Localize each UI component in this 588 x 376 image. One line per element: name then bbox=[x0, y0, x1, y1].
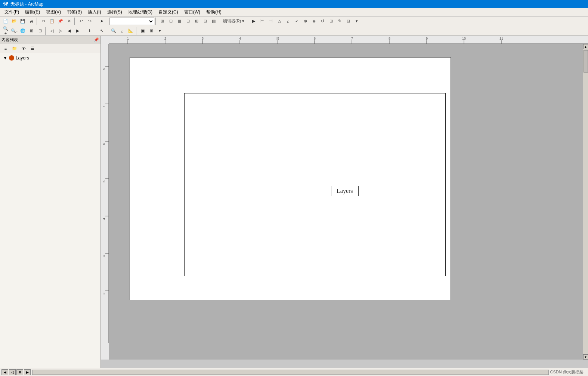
toc-list-by-selection[interactable]: ☰ bbox=[28, 44, 37, 53]
identify-btn[interactable]: ℹ bbox=[86, 27, 94, 35]
tool-edit-2[interactable]: ⊢ bbox=[258, 17, 266, 25]
prev-extent-btn[interactable]: ◁ bbox=[48, 27, 56, 35]
menu-customize[interactable]: 自定义(C) bbox=[155, 8, 181, 16]
tool-edit-6[interactable]: ✓ bbox=[293, 17, 301, 25]
save-btn[interactable]: 💾 bbox=[19, 17, 27, 25]
layout-btn-2[interactable]: ⊞ bbox=[147, 27, 155, 35]
svg-text:11: 11 bbox=[499, 37, 503, 40]
svg-text:6: 6 bbox=[314, 37, 316, 40]
separator-11 bbox=[107, 27, 108, 35]
find-btn[interactable]: ⌕ bbox=[118, 27, 126, 35]
menu-select[interactable]: 选择(S) bbox=[104, 8, 125, 16]
toc-list-by-source[interactable]: 📁 bbox=[10, 44, 19, 53]
map-canvas[interactable]: Layers bbox=[109, 44, 583, 360]
bottom-scrollbar[interactable] bbox=[32, 370, 549, 375]
layout-btn-1[interactable]: ▣ bbox=[139, 27, 147, 35]
tool-btn-7[interactable]: ▤ bbox=[210, 17, 218, 25]
separator-12 bbox=[136, 27, 137, 35]
svg-text:10: 10 bbox=[462, 37, 466, 40]
toc-list-by-visibility[interactable]: 👁 bbox=[19, 44, 28, 53]
tool-btn-4[interactable]: ⊟ bbox=[184, 17, 192, 25]
menu-view[interactable]: 视图(V) bbox=[43, 8, 64, 16]
svg-text:3: 3 bbox=[202, 37, 204, 40]
tool-edit-dropdown[interactable]: ▾ bbox=[353, 17, 361, 25]
new-btn[interactable]: 📄 bbox=[1, 17, 10, 25]
menu-geoprocessing[interactable]: 地理处理(G) bbox=[125, 8, 155, 16]
zoom-out-btn[interactable]: 🔍- bbox=[10, 27, 18, 35]
bottom-bar: ◀ ◁ ⏸ ▶ CSDN @大脑挖梨 bbox=[0, 368, 588, 376]
pan-left-btn[interactable]: ◀ bbox=[65, 27, 73, 35]
print-btn[interactable]: 🖨 bbox=[27, 17, 35, 25]
page-background: Layers bbox=[130, 57, 451, 300]
toc-pin[interactable]: 📌 bbox=[94, 37, 99, 42]
layer-dropdown[interactable] bbox=[109, 18, 154, 25]
layout-btn-dropdown[interactable]: ▾ bbox=[156, 27, 164, 35]
arrow-right-btn[interactable]: ➤ bbox=[98, 17, 106, 25]
menu-edit[interactable]: 编辑(E) bbox=[22, 8, 43, 16]
zoom-in-btn[interactable]: 🔍+ bbox=[1, 27, 10, 35]
tool-edit-3[interactable]: ⊣ bbox=[267, 17, 275, 25]
grid-btn[interactable]: ⊞ bbox=[27, 27, 35, 35]
next-extent-btn[interactable]: ▷ bbox=[56, 27, 65, 35]
paste-btn[interactable]: 📌 bbox=[56, 17, 65, 25]
select-arrow-btn[interactable]: ↖ bbox=[98, 27, 106, 35]
toc-layers-group[interactable]: ▼ Layers bbox=[1, 55, 99, 61]
ruler-left: 8 7 6 5 4 3 2 bbox=[101, 44, 109, 360]
tool-btn-5[interactable]: ⊞ bbox=[192, 17, 201, 25]
watermark: CSDN @大脑挖梨 bbox=[550, 369, 587, 375]
app-icon: 🗺 bbox=[3, 1, 8, 7]
scroll-track[interactable] bbox=[583, 49, 588, 354]
pan-right-btn[interactable]: ▶ bbox=[74, 27, 82, 35]
svg-text:5: 5 bbox=[102, 181, 106, 182]
tool-edit-5[interactable]: ⌂ bbox=[284, 17, 292, 25]
extent-btn[interactable]: ⊡ bbox=[36, 27, 44, 35]
bottom-btn-pause[interactable]: ⏸ bbox=[16, 369, 23, 375]
open-btn[interactable]: 📂 bbox=[10, 17, 18, 25]
tool-edit-1[interactable]: ▶ bbox=[250, 17, 258, 25]
copy-btn[interactable]: 📋 bbox=[48, 17, 56, 25]
toolbar-row-1: 📄 📂 💾 🖨 ✂ 📋 📌 ✕ ↩ ↪ ➤ ⊞ ⊡ ▦ ⊟ ⊞ ⊡ ▤ 编辑器(… bbox=[0, 16, 588, 26]
tool-btn-2[interactable]: ⊡ bbox=[167, 17, 175, 25]
separator-5 bbox=[155, 18, 157, 25]
scroll-thumb[interactable] bbox=[584, 50, 588, 73]
tool-edit-4[interactable]: △ bbox=[275, 17, 284, 25]
toc-layers-color-icon bbox=[9, 55, 14, 61]
menu-help[interactable]: 帮助(H) bbox=[203, 8, 225, 16]
menu-window[interactable]: 窗口(W) bbox=[181, 8, 203, 16]
menu-file[interactable]: 文件(F) bbox=[1, 8, 22, 16]
window-title: 无标题 - ArcMap bbox=[10, 1, 43, 7]
tool-edit-7[interactable]: ⊕ bbox=[301, 17, 309, 25]
cut-btn[interactable]: ✂ bbox=[39, 17, 47, 25]
delete-btn[interactable]: ✕ bbox=[65, 17, 73, 25]
separator-6 bbox=[219, 18, 220, 25]
svg-text:7: 7 bbox=[102, 106, 106, 108]
tool-edit-10[interactable]: ⊞ bbox=[327, 17, 335, 25]
menu-bookmarks[interactable]: 书签(B) bbox=[64, 8, 85, 16]
redo-btn[interactable]: ↪ bbox=[86, 17, 94, 25]
separator-2 bbox=[74, 18, 76, 25]
layers-label-text: Layers bbox=[337, 188, 353, 194]
undo-btn[interactable]: ↩ bbox=[77, 17, 85, 25]
tool-edit-12[interactable]: ⊡ bbox=[344, 17, 352, 25]
toc-content: ▼ Layers bbox=[0, 53, 100, 368]
tool-btn-1[interactable]: ⊞ bbox=[158, 17, 166, 25]
bottom-btn-next[interactable]: ▶ bbox=[24, 369, 31, 375]
toc-list-by-drawing-order[interactable]: ≡ bbox=[1, 44, 10, 53]
tool-edit-9[interactable]: ↺ bbox=[318, 17, 327, 25]
measure-btn[interactable]: 📐 bbox=[127, 27, 135, 35]
map-area[interactable]: 1 2 3 4 |5 6 7 8 9 bbox=[101, 36, 588, 368]
tool-btn-3[interactable]: ▦ bbox=[175, 17, 183, 25]
search-btn[interactable]: 🔍 bbox=[109, 27, 118, 35]
scroll-up-arrow[interactable]: ▲ bbox=[583, 44, 588, 49]
tool-edit-8[interactable]: ⊗ bbox=[310, 17, 318, 25]
bottom-btn-prev-page[interactable]: ◀ bbox=[1, 369, 8, 375]
svg-text:8: 8 bbox=[102, 68, 106, 70]
separator-3 bbox=[95, 18, 96, 25]
bottom-btn-prev[interactable]: ◁ bbox=[9, 369, 16, 375]
scroll-down-arrow[interactable]: ▼ bbox=[583, 354, 588, 360]
tool-btn-6[interactable]: ⊡ bbox=[201, 17, 209, 25]
tool-edit-11[interactable]: ✎ bbox=[335, 17, 344, 25]
separator-10 bbox=[95, 27, 96, 35]
globe-btn[interactable]: 🌐 bbox=[19, 27, 27, 35]
menu-insert[interactable]: 插入(I) bbox=[85, 8, 104, 16]
